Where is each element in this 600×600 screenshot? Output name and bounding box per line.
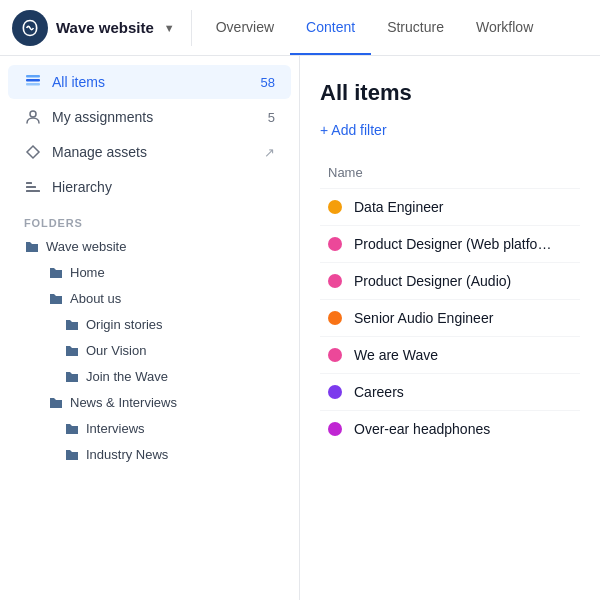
tab-structure[interactable]: Structure	[371, 0, 460, 55]
status-dot	[328, 348, 342, 362]
folder-about-us[interactable]: About us	[0, 285, 299, 311]
folder-home-label: Home	[70, 265, 105, 280]
svg-rect-0	[26, 79, 40, 82]
folder-home[interactable]: Home	[0, 259, 299, 285]
folder-our-vision[interactable]: Our Vision	[0, 337, 299, 363]
table-header: Name	[320, 158, 580, 188]
all-items-label: All items	[52, 74, 251, 90]
folders-section-title: FOLDERS	[0, 205, 299, 233]
folder-about-us-label: About us	[70, 291, 121, 306]
status-dot	[328, 237, 342, 251]
sidebar-item-all-items[interactable]: All items 58	[8, 65, 291, 99]
page-title: All items	[320, 80, 580, 106]
folder-join-the-wave[interactable]: Join the Wave	[0, 363, 299, 389]
tab-workflow[interactable]: Workflow	[460, 0, 549, 55]
svg-point-3	[30, 111, 36, 117]
folder-origin-stories[interactable]: Origin stories	[0, 311, 299, 337]
folder-join-the-wave-label: Join the Wave	[86, 369, 168, 384]
my-assignments-count: 5	[268, 110, 275, 125]
folder-interviews[interactable]: Interviews	[0, 415, 299, 441]
table-row[interactable]: Product Designer (Audio)	[320, 262, 580, 299]
site-name: Wave website	[56, 19, 154, 36]
item-label: Senior Audio Engineer	[354, 310, 493, 326]
tab-overview[interactable]: Overview	[200, 0, 290, 55]
ext-link-icon: ↗	[264, 145, 275, 160]
folder-interviews-label: Interviews	[86, 421, 145, 436]
sidebar-item-manage-assets[interactable]: Manage assets ↗	[8, 135, 291, 169]
folder-our-vision-label: Our Vision	[86, 343, 146, 358]
status-dot	[328, 311, 342, 325]
folder-wave-website[interactable]: Wave website	[0, 233, 299, 259]
table-row[interactable]: Data Engineer	[320, 188, 580, 225]
logo-area: Wave website ▼	[12, 10, 192, 46]
app-header: Wave website ▼ Overview Content Structur…	[0, 0, 600, 56]
list-icon	[24, 178, 42, 196]
app-logo	[12, 10, 48, 46]
sidebar: All items 58 My assignments 5 Manage ass…	[0, 56, 300, 600]
sidebar-item-hierarchy[interactable]: Hierarchy	[8, 170, 291, 204]
table-row[interactable]: Careers	[320, 373, 580, 410]
folder-news-interviews[interactable]: News & Interviews	[0, 389, 299, 415]
diamond-icon	[24, 143, 42, 161]
folder-industry-news[interactable]: Industry News	[0, 441, 299, 467]
table-row[interactable]: Over-ear headphones	[320, 410, 580, 447]
layers-icon	[24, 73, 42, 91]
item-label: Over-ear headphones	[354, 421, 490, 437]
item-label: Product Designer (Web platfo…	[354, 236, 551, 252]
folder-news-interviews-label: News & Interviews	[70, 395, 177, 410]
main-nav: Overview Content Structure Workflow	[192, 0, 550, 55]
table-row[interactable]: Senior Audio Engineer	[320, 299, 580, 336]
table-row[interactable]: Product Designer (Web platfo…	[320, 225, 580, 262]
svg-rect-1	[26, 83, 40, 86]
svg-rect-4	[26, 182, 32, 184]
svg-rect-2	[26, 75, 40, 78]
status-dot	[328, 422, 342, 436]
svg-rect-6	[26, 190, 40, 192]
item-label: Data Engineer	[354, 199, 444, 215]
item-label: We are Wave	[354, 347, 438, 363]
add-filter-button[interactable]: + Add filter	[320, 122, 387, 138]
folder-wave-website-label: Wave website	[46, 239, 126, 254]
all-items-count: 58	[261, 75, 275, 90]
sidebar-item-my-assignments[interactable]: My assignments 5	[8, 100, 291, 134]
content-area: All items + Add filter Name Data Enginee…	[300, 56, 600, 600]
main-layout: All items 58 My assignments 5 Manage ass…	[0, 56, 600, 600]
item-label: Careers	[354, 384, 404, 400]
svg-rect-5	[26, 186, 36, 188]
folder-origin-stories-label: Origin stories	[86, 317, 163, 332]
status-dot	[328, 385, 342, 399]
user-icon	[24, 108, 42, 126]
folder-industry-news-label: Industry News	[86, 447, 168, 462]
col-name-label: Name	[320, 165, 363, 180]
hierarchy-label: Hierarchy	[52, 179, 275, 195]
manage-assets-label: Manage assets	[52, 144, 254, 160]
status-dot	[328, 274, 342, 288]
item-label: Product Designer (Audio)	[354, 273, 511, 289]
table-row[interactable]: We are Wave	[320, 336, 580, 373]
site-dropdown-icon[interactable]: ▼	[164, 22, 175, 34]
my-assignments-label: My assignments	[52, 109, 258, 125]
tab-content[interactable]: Content	[290, 0, 371, 55]
status-dot	[328, 200, 342, 214]
